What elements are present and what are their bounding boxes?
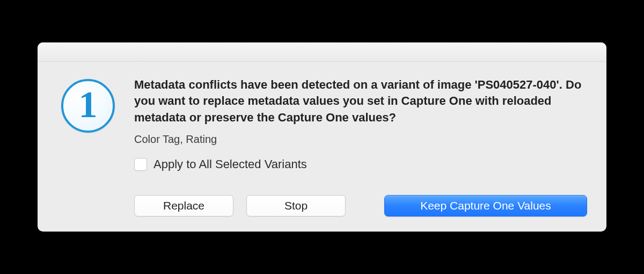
text-column: Metadata conflicts have been detected on…	[134, 77, 587, 217]
icon-column: 1	[61, 77, 115, 217]
button-row: Replace Stop Keep Capture One Values	[134, 195, 587, 217]
dialog-content: 1 Metadata conflicts have been detected …	[38, 62, 606, 232]
keep-capture-one-values-button[interactable]: Keep Capture One Values	[384, 195, 587, 217]
capture-one-app-icon: 1	[61, 79, 115, 133]
apply-all-checkbox[interactable]	[134, 158, 147, 171]
apply-all-label: Apply to All Selected Variants	[153, 157, 307, 171]
replace-button[interactable]: Replace	[134, 195, 233, 217]
dialog-heading: Metadata conflicts have been detected on…	[134, 77, 587, 126]
stop-button[interactable]: Stop	[246, 195, 346, 217]
apply-all-row: Apply to All Selected Variants	[134, 157, 587, 171]
dialog-titlebar	[38, 42, 606, 62]
metadata-conflict-dialog: 1 Metadata conflicts have been detected …	[38, 42, 606, 232]
dialog-subtext: Color Tag, Rating	[134, 133, 587, 146]
app-icon-glyph: 1	[79, 86, 98, 124]
